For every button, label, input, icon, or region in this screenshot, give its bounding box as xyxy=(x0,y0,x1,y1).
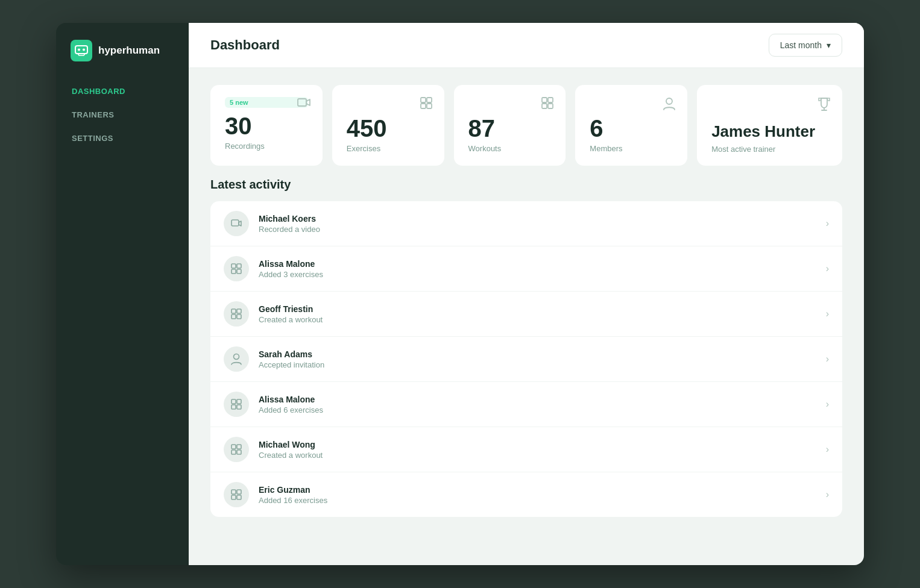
sidebar-item-trainers[interactable]: TRAINERS xyxy=(63,104,181,125)
avatar-6 xyxy=(224,437,249,462)
avatar-2 xyxy=(224,256,249,281)
stat-card-members: 6 Members xyxy=(575,85,687,166)
svg-rect-36 xyxy=(237,495,241,499)
activity-list: Michael Koers Recorded a video › xyxy=(210,201,842,517)
members-number: 6 xyxy=(590,116,673,140)
activity-item-5[interactable]: Alissa Malone Added 6 exercises › xyxy=(210,382,842,427)
svg-rect-33 xyxy=(232,490,236,494)
main-content: Dashboard Last month ▾ 5 new 30 Recordin… xyxy=(189,23,864,565)
avatar-1 xyxy=(224,211,249,236)
logo-text: hyperhuman xyxy=(98,45,160,57)
activity-desc-7: Added 16 exercises xyxy=(259,496,826,505)
activity-name-5: Alissa Malone xyxy=(259,395,826,404)
svg-point-2 xyxy=(83,49,85,51)
svg-rect-31 xyxy=(232,450,236,454)
activity-desc-5: Added 6 exercises xyxy=(259,405,826,414)
svg-rect-21 xyxy=(237,309,241,313)
svg-rect-15 xyxy=(232,220,239,226)
video-icon xyxy=(297,97,310,111)
svg-rect-4 xyxy=(421,98,426,102)
sidebar: hyperhuman DASHBOARD TRAINERS SETTINGS xyxy=(56,23,189,565)
filter-label: Last month xyxy=(780,40,822,50)
svg-point-12 xyxy=(666,98,672,104)
svg-rect-23 xyxy=(237,314,241,319)
activity-desc-4: Accepted invitation xyxy=(259,360,826,369)
chevron-right-icon-4: › xyxy=(826,354,829,364)
logo-icon xyxy=(71,40,92,61)
header: Dashboard Last month ▾ xyxy=(189,23,864,68)
trophy-icon xyxy=(818,97,830,114)
svg-rect-11 xyxy=(548,104,553,108)
activity-section: Latest activity Michael Koers Recorded a… xyxy=(189,178,864,565)
activity-item-3[interactable]: Geoff Triestin Created a workout › xyxy=(210,292,842,337)
sidebar-item-settings[interactable]: SETTINGS xyxy=(63,128,181,149)
chevron-right-icon-5: › xyxy=(826,399,829,410)
svg-rect-29 xyxy=(232,445,236,449)
activity-info-2: Alissa Malone Added 3 exercises xyxy=(259,259,826,279)
activity-name-2: Alissa Malone xyxy=(259,259,826,269)
svg-rect-3 xyxy=(298,99,306,106)
exercises-number: 450 xyxy=(347,116,430,140)
svg-point-24 xyxy=(234,354,239,360)
activity-item-4[interactable]: Sarah Adams Accepted invitation › xyxy=(210,337,842,382)
activity-item-2[interactable]: Alissa Malone Added 3 exercises › xyxy=(210,246,842,292)
workouts-number: 87 xyxy=(468,116,552,140)
avatar-3 xyxy=(224,301,249,327)
new-badge: 5 new xyxy=(225,97,308,108)
avatar-4 xyxy=(224,346,249,372)
stat-card-workouts: 87 Workouts xyxy=(454,85,566,166)
svg-rect-28 xyxy=(237,405,241,409)
filter-dropdown[interactable]: Last month ▾ xyxy=(769,34,842,57)
svg-rect-9 xyxy=(548,98,553,102)
svg-rect-25 xyxy=(232,399,236,404)
activity-info-4: Sarah Adams Accepted invitation xyxy=(259,349,826,369)
activity-info-1: Michael Koers Recorded a video xyxy=(259,214,826,234)
recordings-label: Recordings xyxy=(225,142,308,151)
sidebar-item-dashboard[interactable]: DASHBOARD xyxy=(63,81,181,102)
chevron-right-icon-1: › xyxy=(826,218,829,229)
activity-desc-3: Created a workout xyxy=(259,315,826,324)
stat-card-exercises: 450 Exercises xyxy=(332,85,444,166)
activity-item-1[interactable]: Michael Koers Recorded a video › xyxy=(210,201,842,246)
svg-rect-6 xyxy=(421,104,426,108)
avatar-7 xyxy=(224,482,249,507)
activity-desc-2: Added 3 exercises xyxy=(259,270,826,279)
activity-title: Latest activity xyxy=(210,178,842,192)
svg-rect-7 xyxy=(427,104,432,108)
page-title: Dashboard xyxy=(210,37,280,53)
svg-point-1 xyxy=(78,49,80,51)
activity-info-6: Michael Wong Created a workout xyxy=(259,440,826,460)
chevron-right-icon-7: › xyxy=(826,489,829,500)
activity-desc-1: Recorded a video xyxy=(259,225,826,234)
activity-name-6: Michael Wong xyxy=(259,440,826,449)
svg-rect-19 xyxy=(237,269,241,274)
svg-rect-32 xyxy=(237,450,241,454)
svg-rect-8 xyxy=(542,98,547,102)
activity-info-7: Eric Guzman Added 16 exercises xyxy=(259,485,826,505)
activity-name-7: Eric Guzman xyxy=(259,485,826,495)
trainer-name: James Hunter xyxy=(711,122,828,141)
svg-rect-18 xyxy=(232,269,236,274)
activity-desc-6: Created a workout xyxy=(259,451,826,460)
svg-rect-20 xyxy=(232,309,236,313)
svg-rect-0 xyxy=(75,46,87,54)
activity-item-6[interactable]: Michael Wong Created a workout › xyxy=(210,427,842,472)
chevron-right-icon-2: › xyxy=(826,263,829,274)
chevron-right-icon-3: › xyxy=(826,308,829,319)
stat-card-trainer: James Hunter Most active trainer xyxy=(697,85,842,166)
activity-name-1: Michael Koers xyxy=(259,214,826,224)
trainer-subtitle: Most active trainer xyxy=(711,145,828,154)
svg-rect-34 xyxy=(237,490,241,494)
svg-rect-26 xyxy=(237,399,241,404)
app-container: hyperhuman DASHBOARD TRAINERS SETTINGS D… xyxy=(56,23,864,565)
recordings-number: 30 xyxy=(225,114,308,138)
svg-rect-35 xyxy=(232,495,236,499)
workouts-icon xyxy=(541,97,553,112)
chevron-right-icon-6: › xyxy=(826,444,829,455)
activity-item-7[interactable]: Eric Guzman Added 16 exercises › xyxy=(210,472,842,517)
avatar-5 xyxy=(224,392,249,417)
members-label: Members xyxy=(590,144,673,153)
activity-name-4: Sarah Adams xyxy=(259,349,826,359)
svg-rect-17 xyxy=(237,264,241,268)
members-icon xyxy=(663,97,675,113)
